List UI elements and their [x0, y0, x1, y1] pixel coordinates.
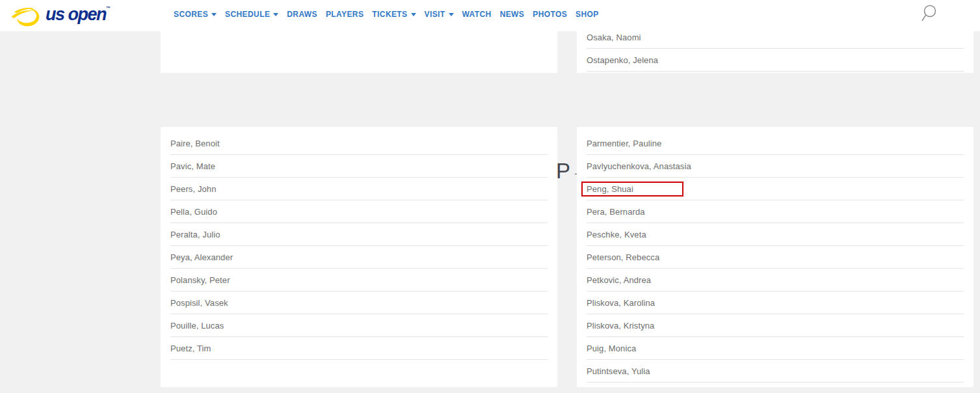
player-name: Pavlyuchenkova, Anastasia	[587, 161, 691, 171]
player-name: Parmentier, Pauline	[587, 139, 661, 148]
us-open-logo[interactable]: us open™	[10, 5, 159, 27]
player-row[interactable]: Pospisil, Vasek	[170, 291, 548, 314]
player-name: Polansky, Peter	[170, 275, 230, 285]
player-row[interactable]: Pavic, Mate	[170, 155, 548, 178]
player-row[interactable]: Peers, John	[170, 178, 548, 200]
player-row[interactable]: Pliskova, Kristyna	[587, 314, 964, 337]
player-name: Peterson, Rebecca	[587, 252, 659, 262]
nav-item[interactable]: WATCH	[462, 10, 492, 19]
player-row[interactable]: Putintseva, Yulia	[587, 360, 964, 383]
search-icon[interactable]	[920, 4, 938, 23]
player-name: Pospisil, Vasek	[170, 298, 228, 308]
chevron-down-icon	[449, 13, 454, 16]
nav-item[interactable]: NEWS	[500, 10, 525, 19]
us-open-wordmark: us open™	[46, 5, 111, 24]
player-name: Peschke, Kveta	[587, 230, 646, 239]
nav-item[interactable]: DRAWS	[287, 10, 317, 19]
chevron-down-icon	[211, 13, 217, 16]
women-players-card: Parmentier, Pauline Pavlyuchenkova, Anas…	[577, 127, 973, 387]
player-name: Pliskova, Karolina	[587, 298, 655, 308]
player-name: Peralta, Julio	[170, 230, 220, 239]
player-row[interactable]: Polansky, Peter	[170, 269, 548, 291]
player-name: Peers, John	[170, 184, 216, 194]
nav-item[interactable]: SCHEDULE	[225, 10, 278, 19]
previous-section-men-card	[161, 31, 557, 73]
player-row[interactable]: Puig, Monica	[587, 337, 964, 360]
nav-item[interactable]: VISIT	[425, 10, 454, 19]
player-name: Ostapenko, Jelena	[587, 55, 658, 65]
player-name: Pera, Bernarda	[587, 207, 645, 217]
player-row[interactable]: Peya, Alexander	[170, 246, 548, 269]
player-row[interactable]: Paire, Benoit	[170, 132, 548, 155]
player-row[interactable]: Peschke, Kveta	[587, 223, 964, 246]
player-row[interactable]: Pouille, Lucas	[170, 314, 548, 337]
chevron-down-icon	[411, 13, 416, 16]
player-row[interactable]: Peterson, Rebecca	[587, 246, 964, 269]
player-name: Paire, Benoit	[170, 139, 220, 148]
nav-item[interactable]: SCORES	[174, 10, 217, 19]
player-row[interactable]: Pella, Guido	[170, 200, 548, 223]
player-row[interactable]: Peralta, Julio	[170, 223, 548, 246]
player-name: Peya, Alexander	[170, 252, 233, 262]
player-row[interactable]: Pliskova, Karolina	[587, 291, 964, 314]
player-row[interactable]: Pera, Bernarda	[587, 200, 964, 223]
player-row[interactable]: Parmentier, Pauline	[587, 132, 964, 155]
player-row[interactable]: Osaka, Naomi	[587, 31, 964, 49]
players-directory-page: us open™ SCORES SCHEDULE DRAWS PLAYERS T…	[0, 0, 980, 393]
letter-section-divider: MEN P WOMEN	[0, 73, 980, 127]
men-player-list: Paire, Benoit Pavic, Mate Peers, John Pe…	[161, 127, 557, 360]
player-name: Pella, Guido	[170, 207, 217, 217]
us-open-swoosh-icon	[10, 6, 42, 27]
player-row[interactable]: Puetz, Tim	[170, 337, 548, 360]
player-name: Pavic, Mate	[170, 161, 215, 171]
player-name: Peng, Shuai	[581, 182, 683, 197]
previous-section-women-card: Osaka, Naomi Ostapenko, Jelena	[577, 31, 973, 73]
trademark-symbol: ™	[106, 6, 111, 10]
nav-item[interactable]: PHOTOS	[533, 10, 567, 19]
player-row[interactable]: Ostapenko, Jelena	[587, 49, 964, 72]
player-row-highlighted[interactable]: Peng, Shuai	[587, 178, 964, 200]
player-name: Petkovic, Andrea	[587, 275, 651, 285]
nav-item[interactable]: SHOP	[576, 10, 599, 19]
women-player-list: Parmentier, Pauline Pavlyuchenkova, Anas…	[577, 127, 973, 383]
player-name: Puig, Monica	[587, 344, 636, 353]
chevron-down-icon	[273, 13, 278, 16]
player-name: Pliskova, Kristyna	[587, 321, 654, 331]
previous-women-player-list: Osaka, Naomi Ostapenko, Jelena	[577, 31, 973, 72]
player-row[interactable]: Pavlyuchenkova, Anastasia	[587, 155, 964, 178]
player-name: Pouille, Lucas	[170, 321, 224, 331]
nav-item[interactable]: TICKETS	[372, 10, 416, 19]
player-name: Puetz, Tim	[170, 344, 211, 353]
main-nav: SCORES SCHEDULE DRAWS PLAYERS TICKETS VI…	[174, 10, 599, 19]
player-name: Osaka, Naomi	[587, 33, 641, 42]
player-row[interactable]: Petkovic, Andrea	[587, 269, 964, 291]
nav-item[interactable]: PLAYERS	[326, 10, 364, 19]
men-players-card: Paire, Benoit Pavic, Mate Peers, John Pe…	[161, 127, 557, 387]
section-letter-heading: P	[556, 160, 570, 182]
site-header: us open™ SCORES SCHEDULE DRAWS PLAYERS T…	[0, 0, 980, 31]
player-name: Putintseva, Yulia	[587, 366, 650, 376]
